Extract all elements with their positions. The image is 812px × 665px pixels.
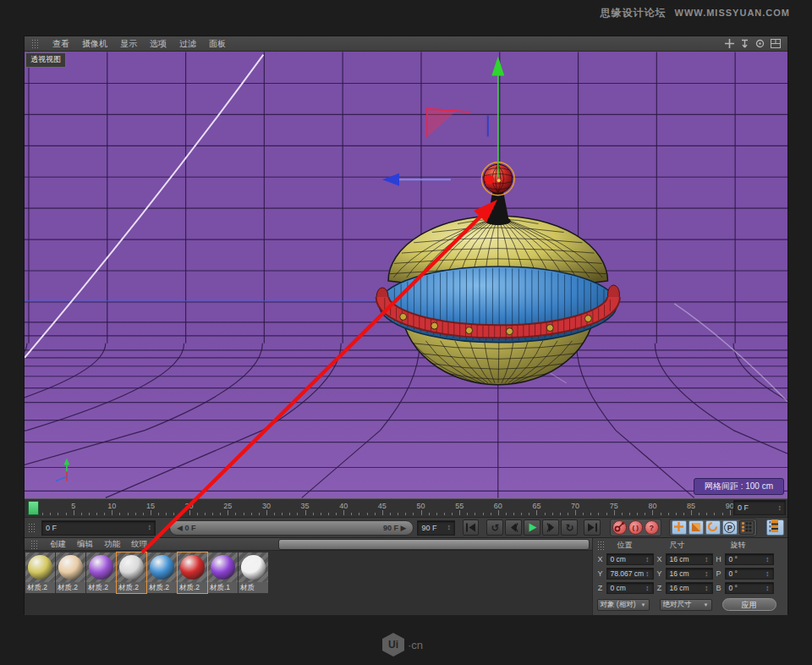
record-keyframe-button[interactable] [612,520,627,535]
axis-label: H [716,555,722,563]
goto-end-icon [587,523,598,532]
menu-display[interactable]: 显示 [120,38,137,50]
gizmo-plane-handle[interactable] [427,108,470,137]
object-mode-dropdown[interactable]: 对象 (相对)▼ [597,599,650,611]
spinner-icon[interactable]: ↕ [645,570,650,578]
slider-left-arrow-icon[interactable]: ◀ [177,524,183,532]
spinner-icon[interactable]: ↕ [765,585,770,592]
current-frame-marker[interactable] [28,501,39,515]
spinner-icon[interactable]: ↕ [645,556,650,563]
menu-panel[interactable]: 面板 [209,38,226,50]
play-button[interactable] [524,519,540,536]
rotate-view-icon[interactable] [755,39,765,48]
menu-create[interactable]: 创建 [50,539,66,550]
material-swatch[interactable]: 材质.2 [25,552,55,593]
axis-label: P [716,569,722,578]
menu-function[interactable]: 功能 [104,539,120,550]
rotation-h-field[interactable]: 0 °↕ [725,553,774,565]
dolly-view-icon[interactable] [740,39,749,48]
open-timeline-button[interactable] [766,519,784,536]
pan-view-icon[interactable] [725,39,734,48]
frame-range-slider[interactable]: ◀ 0 F 90 F ▶ [169,520,414,536]
play-loop-button[interactable]: ↻ [561,519,578,536]
spinner-icon[interactable]: ↕ [645,585,650,592]
spinner-icon[interactable]: ↕ [705,570,709,578]
keyframe-selection-icon: ? [650,524,655,532]
record-position-toggle[interactable] [672,520,687,535]
timeline-ruler[interactable]: 0 F ↕ 0510152025303540455055606570758085… [25,498,787,517]
record-rotation-toggle[interactable] [705,520,721,535]
material-swatch[interactable]: 材质 [239,552,268,593]
goto-start-icon [465,523,476,532]
spinner-icon[interactable]: ↕ [705,556,709,563]
ruler-tick [282,513,283,515]
ruler-tick [491,513,491,515]
apply-button[interactable]: 应用 [722,598,776,611]
position-x-field[interactable]: 0 cm↕ [606,553,654,565]
menu-camera[interactable]: 摄像机 [82,38,107,50]
perspective-viewport[interactable]: 透视视图 网格间距 : 100 cm [25,52,787,498]
gizmo-x-axis[interactable] [382,173,451,186]
frame-field-right[interactable]: 0 F ↕ [733,500,786,515]
ruler-tick [467,513,468,515]
panel-drag-handle-icon[interactable] [597,541,606,550]
axis-label: X [656,555,663,563]
ufo-model[interactable] [376,162,619,385]
material-swatch[interactable]: 材质.2 [178,552,207,593]
ruler-tick [645,513,645,515]
material-swatch[interactable]: 材质.2 [117,552,146,593]
end-frame-field[interactable]: 90 F ↕ [417,520,455,536]
record-pla-toggle[interactable] [739,520,754,535]
spinner-icon[interactable]: ↕ [765,570,770,578]
panel-drag-handle-icon[interactable] [31,39,40,48]
panel-drag-handle-icon[interactable] [30,540,39,549]
spinner-icon[interactable]: ↕ [778,504,782,512]
ruler-number: 55 [455,502,464,510]
prev-key-button[interactable] [505,519,522,536]
rotation-p-field[interactable]: 0 °↕ [725,568,774,580]
autokey-button[interactable]: ( ) [628,520,643,535]
next-key-button[interactable] [542,519,559,536]
record-parameter-toggle[interactable]: P [722,520,738,535]
spinner-icon[interactable]: ↕ [148,524,152,531]
position-z-field[interactable]: 0 cm↕ [606,582,654,594]
goto-end-button[interactable] [584,519,600,536]
viewport-name-label[interactable]: 透视视图 [25,52,66,68]
spinner-icon[interactable]: ↕ [765,556,770,563]
size-z-field[interactable]: 16 cm↕ [666,582,713,594]
menu-filter[interactable]: 过滤 [179,38,196,50]
move-gizmo[interactable] [382,57,504,186]
coordinates-panel: 位置 尺寸 旋转 X 0 cm↕ X 16 cm↕ H 0 °↕ Y 78.06… [592,538,788,615]
gizmo-y-axis[interactable] [491,57,504,178]
slider-right-arrow-icon[interactable]: ▶ [401,524,407,532]
ruler-tick [313,513,314,515]
gizmo-center-dot[interactable] [485,175,494,184]
material-swatch[interactable]: 材质.2 [147,552,177,593]
current-frame-field[interactable]: 0 F ↕ [41,520,156,536]
size-y-field[interactable]: 16 cm↕ [666,568,713,580]
play-reverse-button[interactable]: ↺ [486,519,503,536]
record-scale-toggle[interactable] [689,520,704,535]
panel-drag-handle-icon[interactable] [28,523,36,532]
size-mode-dropdown[interactable]: 绝对尺寸▼ [660,599,712,611]
material-scrollbar[interactable] [278,539,590,550]
menu-texture[interactable]: 纹理 [131,539,147,550]
spinner-icon[interactable]: ↕ [705,585,709,592]
menu-options[interactable]: 选项 [150,38,167,50]
toggle-views-icon[interactable] [771,39,781,48]
size-x-field[interactable]: 16 cm↕ [666,553,713,565]
material-swatch[interactable]: 材质.1 [208,552,238,593]
ruler-tick [58,513,58,515]
axis-label: X [597,555,604,563]
record-position-icon [673,520,684,536]
position-y-field[interactable]: 78.067 cm↕ [606,568,654,580]
goto-start-button[interactable] [463,519,479,536]
material-swatch[interactable]: 材质.2 [56,552,85,593]
keyframe-selection-button[interactable]: ? [645,520,659,535]
rotation-b-field[interactable]: 0 °↕ [725,582,774,594]
menu-view[interactable]: 查看 [52,38,69,50]
menu-edit[interactable]: 编辑 [77,539,93,550]
watermark: 思缘设计论坛WWW.MISSYUAN.COM [601,6,790,20]
spinner-icon[interactable]: ↕ [447,524,452,531]
material-swatch[interactable]: 材质.2 [86,552,116,593]
